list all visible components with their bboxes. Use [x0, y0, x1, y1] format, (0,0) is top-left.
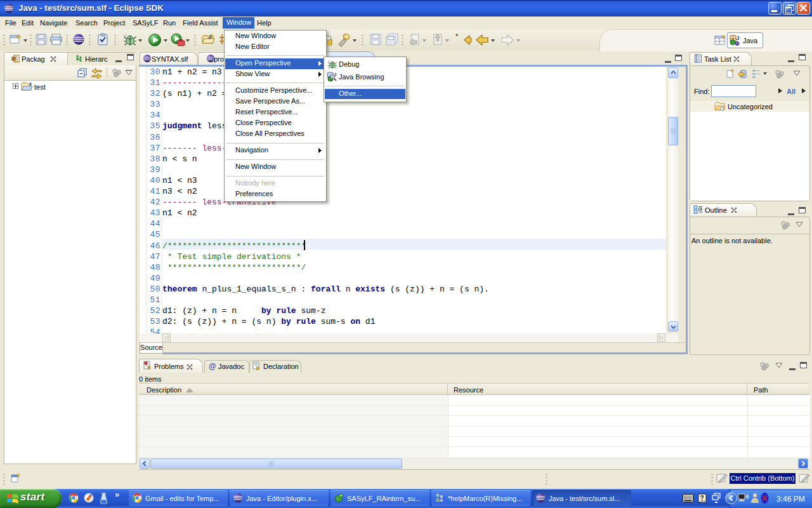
svg-text:J: J	[737, 35, 740, 41]
svg-text:J: J	[208, 34, 211, 40]
svg-text:?: ?	[700, 495, 704, 502]
svg-text:J: J	[29, 81, 31, 87]
svg-text:*: *	[455, 33, 459, 40]
svg-text:J: J	[334, 72, 336, 77]
